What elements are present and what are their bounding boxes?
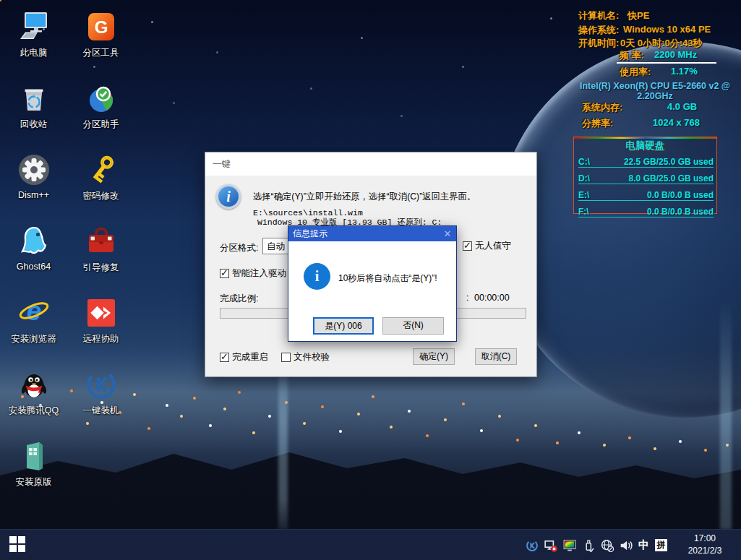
- desktop-icon-diskgenius[interactable]: G 分区工具: [67, 4, 134, 76]
- disk-row: C:\ 22.5 GB/25.0 GB used: [578, 157, 714, 168]
- disk-panel: 电脑硬盘 C:\ 22.5 GB/25.0 GB used D:\ 8.0 GB…: [573, 137, 717, 214]
- toolbox-icon: [83, 223, 119, 259]
- desktop-icon-remote-assist[interactable]: 远程协助: [67, 290, 134, 362]
- gear-icon: [16, 152, 52, 188]
- drive-letter: C:\: [578, 157, 590, 167]
- desktop-icon-label: 此电脑: [20, 47, 48, 59]
- frequency-underline: [617, 62, 716, 64]
- start-button[interactable]: [9, 536, 27, 553]
- desktop-icons: 此电脑 G 分区工具 回收站 分区助手 Dism++ 密码修改 Ghost64 …: [0, 4, 134, 505]
- restore-message: 选择“确定(Y)”立即开始还原，选择“取消(C)”返回主界面。: [253, 191, 476, 203]
- verify-checkbox[interactable]: 文件校验: [281, 351, 330, 363]
- desktop-icon-label: 安装浏览器: [11, 333, 56, 345]
- checkbox-checked-icon: [220, 269, 229, 278]
- onekey-tray-icon[interactable]: [526, 539, 539, 552]
- drive-usage: 8.0 GB/25.0 GB used: [629, 173, 714, 184]
- unattended-checkbox[interactable]: 无人值守: [463, 240, 511, 252]
- taskbar-clock[interactable]: 17:00 2021/2/3: [676, 533, 734, 557]
- remote-assist-icon: [83, 295, 119, 331]
- checkbox-unchecked-icon: [281, 353, 291, 362]
- computer-name-value: 快PE: [628, 9, 649, 22]
- no-button[interactable]: 否(N): [382, 317, 444, 335]
- desktop-icon-qq[interactable]: 安装腾讯QQ: [0, 362, 67, 434]
- info-icon: i: [216, 184, 241, 209]
- close-icon[interactable]: ✕: [439, 226, 456, 241]
- desktop-icon-recycle-bin[interactable]: 回收站: [0, 76, 67, 147]
- drive-letter: F:\: [578, 207, 589, 217]
- memory-value: 4.0 GB: [667, 101, 697, 112]
- ime-pinyin-icon[interactable]: 拼: [655, 539, 667, 551]
- desktop-icon-label: 安装原版: [16, 476, 52, 488]
- drive-usage: 0.0 B/0.0 B used: [647, 207, 714, 217]
- reboot-checkbox[interactable]: 完成重启: [220, 351, 268, 363]
- uptime-value: 0天 0小时:0分:43秒: [620, 37, 702, 50]
- speaker-icon[interactable]: [620, 539, 633, 552]
- verify-label: 文件校验: [294, 351, 330, 363]
- inject-driver-checkbox[interactable]: 智能注入驱动: [220, 267, 286, 280]
- globe-blocked-icon[interactable]: [601, 539, 614, 552]
- desktop-icon-onekey[interactable]: 一键装机: [67, 362, 134, 434]
- onekey-icon: [83, 366, 119, 402]
- frequency-label: 频 率:: [620, 49, 644, 62]
- desktop-icon-windows-install[interactable]: 安装原版: [0, 434, 67, 505]
- network-error-icon[interactable]: [544, 539, 557, 552]
- ok-button[interactable]: 确定(Y): [413, 348, 455, 365]
- desktop-icon-label: Ghost64: [17, 262, 51, 272]
- partition-assistant-icon: [83, 80, 119, 116]
- memory-label: 系统内存:: [582, 101, 622, 114]
- usb-icon[interactable]: [582, 539, 595, 552]
- desktop-icon-label: 回收站: [20, 119, 48, 131]
- wallpaper-light-beam: [720, 300, 732, 530]
- ime-language-indicator[interactable]: 中: [638, 538, 649, 552]
- display-color-icon[interactable]: [563, 539, 576, 552]
- ie-icon: e: [16, 295, 52, 331]
- unattended-label: 无人值守: [475, 240, 511, 252]
- desktop-icon-ghost[interactable]: Ghost64: [0, 219, 67, 290]
- cancel-button[interactable]: 取消(C): [475, 348, 517, 365]
- checkbox-checked-icon: [220, 353, 229, 362]
- desktop-icon-label: 远程协助: [83, 333, 119, 345]
- partition-format-value: 自动: [267, 241, 285, 251]
- yes-button[interactable]: 是(Y) 006: [313, 317, 374, 335]
- taskbar: 中 拼 17:00 2021/2/3: [0, 529, 741, 560]
- diskgenius-icon: G: [83, 9, 119, 45]
- time-remaining-value: 00:00:00: [474, 293, 510, 303]
- disk-row: E:\ 0.0 B/0.0 B used: [578, 190, 714, 201]
- drive-usage: 22.5 GB/25.0 GB used: [624, 157, 714, 167]
- drive-letter: E:\: [578, 190, 589, 200]
- clock-date: 2021/2/3: [676, 545, 734, 557]
- desktop-icon-partition-assistant[interactable]: 分区助手: [67, 76, 134, 147]
- key-icon: [83, 152, 119, 188]
- restore-dialog-titlebar[interactable]: 一键: [205, 152, 536, 176]
- desktop-icon-label: Dism++: [18, 190, 49, 200]
- prompt-dialog-titlebar[interactable]: 信息提示 ✕: [288, 226, 456, 241]
- ghost-icon: [16, 223, 52, 259]
- prompt-message: 10秒后将自动点击“是(Y)”!: [338, 272, 437, 285]
- os-value: Windows 10 x64 PE: [623, 24, 711, 35]
- info-icon: i: [304, 263, 330, 290]
- rainbow-divider: [574, 137, 716, 139]
- progress-label: 完成比例:: [220, 293, 258, 305]
- uptime-label: 开机时间:: [578, 37, 619, 50]
- desktop-icon-computer[interactable]: 此电脑: [0, 4, 67, 76]
- resolution-label: 分辨率:: [582, 117, 613, 130]
- disk-rows: C:\ 22.5 GB/25.0 GB used D:\ 8.0 GB/25.0…: [574, 152, 716, 217]
- svg-text:e: e: [26, 296, 41, 326]
- qq-icon: [16, 366, 52, 402]
- drive-letter: D:\: [578, 173, 590, 184]
- windows-install-icon: [16, 438, 52, 474]
- recycle-bin-icon: [16, 80, 52, 116]
- cpu-usage-value: 1.17%: [671, 66, 698, 77]
- desktop-icon-gear[interactable]: Dism++: [0, 147, 67, 219]
- cpu-model: Intel(R) Xeon(R) CPU E5-2660 v2 @ 2.20GH…: [571, 81, 739, 101]
- desktop-icon-key[interactable]: 密码修改: [67, 147, 134, 219]
- desktop-icon-ie[interactable]: e 安装浏览器: [0, 290, 67, 362]
- disk-row: D:\ 8.0 GB/25.0 GB used: [578, 173, 714, 184]
- disk-panel-title: 电脑硬盘: [574, 139, 716, 152]
- desktop-icon-toolbox[interactable]: 引导修复: [67, 219, 134, 290]
- system-tray: 中 拼: [526, 530, 667, 560]
- desktop-icon-label: 分区工具: [83, 47, 119, 59]
- checkbox-checked-icon: [463, 241, 472, 251]
- reboot-label: 完成重启: [232, 351, 268, 363]
- resolution-value: 1024 x 768: [653, 117, 700, 128]
